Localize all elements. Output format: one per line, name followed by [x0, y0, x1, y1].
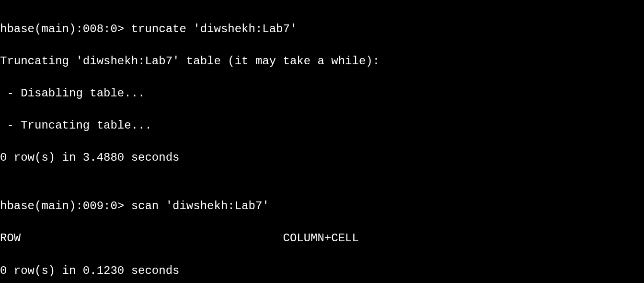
terminal-line-output: 0 row(s) in 3.4880 seconds [0, 150, 644, 166]
terminal-line-prompt-2: hbase(main):009:0> scan 'diwshekh:Lab7' [0, 198, 644, 214]
terminal-line-prompt-1: hbase(main):008:0> truncate 'diwshekh:La… [0, 21, 644, 37]
terminal-output[interactable]: hbase(main):008:0> truncate 'diwshekh:La… [0, 5, 644, 283]
terminal-line-output: ROW COLUMN+CELL [0, 230, 644, 247]
terminal-line-output: 0 row(s) in 0.1230 seconds [0, 263, 644, 279]
terminal-line-output: Truncating 'diwshekh:Lab7' table (it may… [0, 53, 644, 70]
terminal-line-output: - Disabling table... [0, 85, 644, 102]
terminal-line-output: - Truncating table... [0, 118, 644, 134]
